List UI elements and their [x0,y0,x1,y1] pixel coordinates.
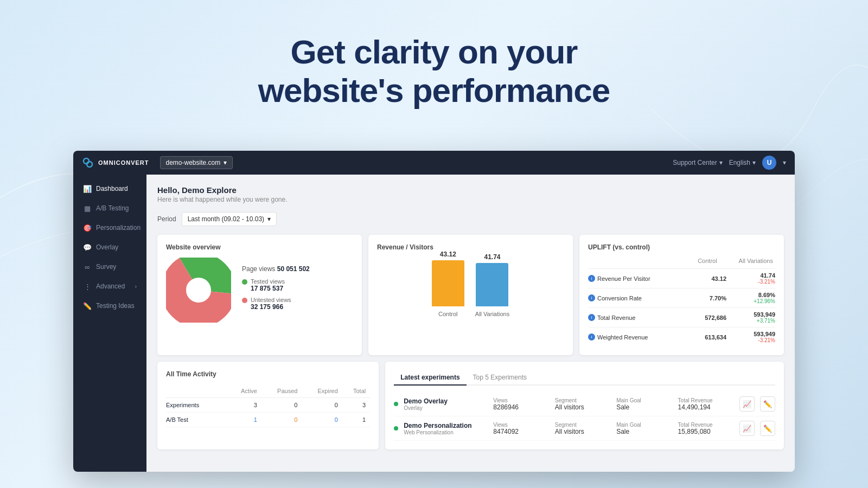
sidebar-item-overlay[interactable]: 💬 Overlay [75,238,144,256]
experiment-status-dot-0 [394,402,398,406]
nav-right: Support Center ▾ English ▾ U ▾ [673,156,786,170]
uplift-metric-1: i Conversion Rate [588,294,683,301]
tab-top5-experiments[interactable]: Top 5 Experiments [467,370,533,386]
sidebar: 📊 Dashboard ▦ A/B Testing 🎯 Personalizat… [73,175,146,472]
uplift-card: UPLIFT (vs. control) Control All Variati… [579,235,784,355]
uplift-metric-2: i Total Revenue [588,314,683,321]
untested-views-legend: Untested views 32 175 966 [242,297,353,311]
language-selector[interactable]: English ▾ [729,159,756,166]
uplift-control-0: 43.12 [683,275,726,282]
website-overview-title: Website overview [166,243,353,251]
top-navbar: OMNICONVERT demo-website.com ▾ Support C… [73,151,795,175]
info-icon-2: i [588,314,595,321]
uplift-row-2: i Total Revenue 572,686 593,949 +3.71% [588,307,775,327]
experiments-tabs: Latest experiments Top 5 Experiments [394,370,775,386]
info-icon-3: i [588,333,595,341]
ab-testing-icon: ▦ [83,204,92,213]
page-views-row: Page views 50 051 502 [242,265,353,273]
overview-legend: Page views 50 051 502 Tested views 17 87… [242,265,353,315]
untested-dot [242,298,247,303]
hero-section: Get clarity on your website's performanc… [0,33,868,110]
pie-chart [166,258,231,323]
uplift-metric-3: i Weighted Revenue [588,333,683,341]
latest-experiments-card: Latest experiments Top 5 Experiments Dem… [385,362,784,450]
info-icon-0: i [588,275,595,282]
experiment-goal-1: Main Goal Sale [616,422,672,435]
variations-bar-col: 41.74 All Variations [475,253,509,317]
period-label: Period [157,215,176,223]
hero-line2: website's performance [258,72,610,109]
experiment-edit-button-0[interactable]: ✏️ [760,396,775,412]
uplift-control-1: 7.70% [683,295,726,301]
experiment-row-0: Demo Overlay Overlay Views 8286946 Segme… [394,392,775,416]
experiment-chart-button-0[interactable]: 📈 [739,396,755,412]
sidebar-item-ab-testing[interactable]: ▦ A/B Testing [75,199,144,217]
website-overview-card: Website overview Page views [157,235,362,355]
hero-line1: Get clarity on your [291,33,578,70]
tested-dot [242,279,247,285]
bars: 43.12 Control 41.74 All Variations [432,258,509,317]
sidebar-item-personalization[interactable]: 🎯 Personalization [75,219,144,237]
activity-row-abtest: A/B Test 1 0 0 1 [166,413,370,427]
personalization-icon: 🎯 [83,223,92,232]
svg-point-1 [87,162,92,167]
activity-row-experiments: Experiments 3 0 0 3 [166,398,370,413]
user-dropdown-arrow[interactable]: ▾ [783,159,786,166]
period-row: Period Last month (09.02 - 10.03) ▾ [157,212,784,226]
control-bar-col: 43.12 Control [432,251,464,317]
bar-chart: 43.12 Control 41.74 All Variations [377,258,564,333]
logo-icon [82,157,94,169]
experiment-revenue-1: Total Revenue 15,895,080 [678,422,734,435]
uplift-metric-0: i Revenue Per Visitor [588,275,683,282]
overview-inner: Page views 50 051 502 Tested views 17 87… [166,258,353,323]
advanced-icon: ⋮ [83,282,92,291]
logo-text: OMNICONVERT [98,159,149,166]
advanced-arrow-icon: › [135,284,137,290]
app-window: OMNICONVERT demo-website.com ▾ Support C… [73,151,795,472]
bottom-row: All Time Activity Active Paused Expired … [157,362,784,450]
uplift-control-2: 572,686 [683,314,726,321]
experiment-segment-1: Segment All visitors [555,422,611,435]
all-time-activity-card: All Time Activity Active Paused Expired … [157,362,379,450]
variations-bar [476,263,508,306]
top-cards-row: Website overview Page views [157,235,784,355]
logo-area: OMNICONVERT [82,157,149,169]
experiment-views-1: Views 8474092 [493,422,549,435]
control-bar [432,260,464,306]
experiment-chart-button-1[interactable]: 📈 [739,421,755,436]
revenue-visitors-card: Revenue / Visitors 43.12 Control 41.74 [368,235,573,355]
period-selector[interactable]: Last month (09.02 - 10.03) ▾ [182,212,277,226]
revenue-visitors-title: Revenue / Visitors [377,243,564,251]
sidebar-item-testing-ideas[interactable]: ✏️ Testing Ideas [75,297,144,315]
uplift-title: UPLIFT (vs. control) [588,243,775,251]
experiment-status-dot-1 [394,426,398,431]
svg-point-0 [84,158,89,164]
uplift-header: Control All Variations [588,258,775,264]
experiment-edit-button-1[interactable]: ✏️ [760,421,775,436]
uplift-all-0: 41.74 -3.21% [726,272,775,285]
survey-icon: ∞ [83,262,92,271]
uplift-all-1: 8.69% +12.96% [726,292,775,304]
uplift-all-3: 593,949 -3.21% [726,331,775,343]
domain-selector[interactable]: demo-website.com ▾ [160,156,233,169]
sidebar-item-dashboard[interactable]: 📊 Dashboard [75,179,144,198]
experiment-goal-0: Main Goal Sale [616,397,672,411]
uplift-table: Control All Variations i Revenue Per Vis… [588,258,775,346]
greeting-subtitle: Here is what happened while you were gon… [157,196,784,203]
uplift-control-3: 613,634 [683,334,726,341]
content-area: Hello, Demo Explore Here is what happene… [146,175,795,472]
user-avatar[interactable]: U [762,156,776,170]
experiment-name-col-0: Demo Overlay Overlay [404,397,488,411]
sidebar-item-advanced[interactable]: ⋮ Advanced › [75,277,144,296]
tested-views-legend: Tested views 17 875 537 [242,278,353,292]
uplift-row-0: i Revenue Per Visitor 43.12 41.74 -3.21% [588,268,775,288]
experiment-row-1: Demo Personalization Web Personalization… [394,416,775,441]
support-center-button[interactable]: Support Center ▾ [673,159,722,166]
uplift-row-1: i Conversion Rate 7.70% 8.69% +12.96% [588,288,775,307]
testing-ideas-icon: ✏️ [83,301,92,310]
info-icon-1: i [588,294,595,301]
main-layout: 📊 Dashboard ▦ A/B Testing 🎯 Personalizat… [73,175,795,472]
experiment-views-0: Views 8286946 [493,397,549,411]
sidebar-item-survey[interactable]: ∞ Survey [75,258,144,276]
tab-latest-experiments[interactable]: Latest experiments [394,370,466,386]
